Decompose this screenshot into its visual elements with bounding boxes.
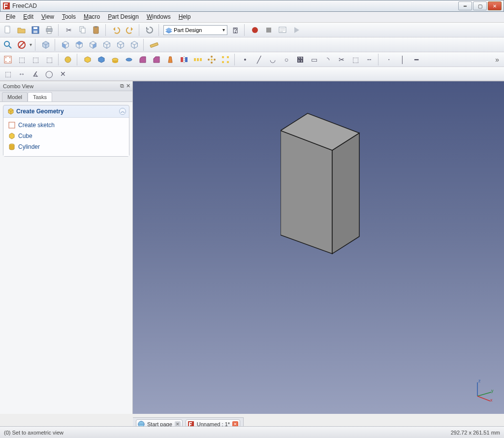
task-cube[interactable]: Cube [7, 131, 125, 141]
svg-point-22 [9, 57, 10, 58]
view-rear-button[interactable] [101, 39, 113, 51]
view-bottom-button[interactable] [115, 39, 126, 51]
undo-button[interactable] [110, 24, 122, 36]
toolbar-views: ▾ [0, 37, 504, 52]
pad-button[interactable] [82, 54, 94, 66]
zoom-fit-button[interactable] [2, 39, 14, 51]
sketch-external-button[interactable]: ⬚ [349, 54, 361, 66]
sketch-circle-button[interactable]: ○ [281, 54, 292, 66]
menu-view[interactable]: View [37, 12, 58, 22]
macro-dialog-button[interactable] [277, 24, 288, 36]
sketch-arc-button[interactable]: ◡ [267, 54, 279, 66]
task-create-sketch[interactable]: Create sketch [7, 120, 125, 131]
view-front-button[interactable] [60, 39, 71, 51]
chamfer-button[interactable] [151, 54, 162, 66]
toolbar-overflow[interactable]: » [495, 56, 502, 64]
run-macro-button[interactable] [290, 24, 302, 36]
view-top-button[interactable] [73, 39, 85, 51]
svg-rect-10 [94, 27, 98, 34]
svg-point-34 [211, 59, 213, 61]
constraint-angle[interactable]: ∡ [30, 68, 41, 80]
constraint-coincident[interactable]: ⬝ [383, 54, 395, 66]
svg-point-26 [112, 58, 118, 61]
sketch-trim-button[interactable]: ✂ [336, 54, 347, 66]
close-button[interactable]: ✕ [488, 1, 502, 10]
view-left-button[interactable] [128, 39, 140, 51]
sketch-line-button[interactable]: ╱ [253, 54, 265, 66]
tab-tasks[interactable]: Tasks [28, 92, 52, 101]
combo-view-panel: Combo View ⧉ ✕ Model Tasks Create Geomet… [0, 81, 133, 414]
sketch-polyline-button[interactable]: ΁ [294, 54, 306, 66]
linear-pattern-button[interactable] [192, 54, 204, 66]
open-button[interactable] [16, 24, 28, 36]
window-title: FreeCAD [12, 2, 502, 9]
tab-model[interactable]: Model [2, 92, 28, 101]
3d-viewport[interactable]: z y x [133, 81, 504, 414]
show-toggle-button[interactable] [62, 54, 74, 66]
task-cylinder[interactable]: Cylinder [7, 141, 125, 152]
workbench-selected-label: Part Design [174, 27, 202, 33]
svg-rect-28 [181, 57, 183, 62]
toolbar-part: ⬚ ⬚ ⬚ • ╱ ◡ ○ ΁ ▭ ◝ ✂ ⬚ ╌ ⬝ │ ━ » [0, 52, 504, 67]
minimize-button[interactable]: ━ [458, 1, 472, 10]
view-axo-button[interactable] [40, 39, 52, 51]
panel-close-icon[interactable]: ✕ [126, 83, 130, 89]
menu-tools[interactable]: Tools [58, 12, 80, 22]
polar-pattern-button[interactable] [206, 54, 218, 66]
menu-edit[interactable]: Edit [19, 12, 37, 22]
task-group-create-geometry: Create Geometry ︿ Create sketch Cube Cyl… [3, 105, 129, 157]
redo-button[interactable] [124, 24, 136, 36]
new-button[interactable] [2, 24, 14, 36]
groove-button[interactable] [123, 54, 135, 66]
menu-file[interactable]: File [2, 12, 19, 22]
constraint-horizontal[interactable]: ━ [410, 54, 422, 66]
map-sketch-button[interactable]: ⬚ [43, 54, 55, 66]
svg-rect-32 [197, 58, 199, 61]
paste-button[interactable] [91, 24, 102, 36]
mirror-button[interactable] [178, 54, 190, 66]
measure-button[interactable] [148, 39, 160, 51]
draft-button[interactable] [164, 54, 176, 66]
workbench-selector[interactable]: Part Design ▾ [163, 25, 227, 35]
constraint-lock[interactable]: ⬚ [2, 68, 14, 80]
menu-bar: File Edit View Tools Macro Part Design W… [0, 12, 504, 23]
toolbar-file: ✂ Part Design ▾ ⍰ [0, 23, 504, 37]
copy-button[interactable] [77, 24, 89, 36]
sketch-construct-button[interactable]: ╌ [363, 54, 375, 66]
draw-style-button[interactable] [16, 39, 28, 51]
menu-help[interactable]: Help [175, 12, 195, 22]
leave-sketch-button[interactable]: ⬚ [30, 54, 41, 66]
constraint-distance[interactable]: ↔ [16, 68, 28, 80]
sketch-rect-button[interactable]: ▭ [308, 54, 320, 66]
pocket-button[interactable] [95, 54, 107, 66]
status-dimensions: 292.72 x 261.51 mm [451, 430, 500, 436]
maximize-button[interactable]: ▢ [473, 1, 487, 10]
collapse-icon[interactable]: ︿ [119, 108, 126, 115]
record-macro-button[interactable] [249, 24, 261, 36]
edit-sketch-button[interactable]: ⬚ [16, 54, 28, 66]
menu-part-design[interactable]: Part Design [104, 12, 143, 22]
stop-macro-button[interactable] [263, 24, 275, 36]
new-sketch-button[interactable] [2, 54, 14, 66]
menu-macro[interactable]: Macro [80, 12, 104, 22]
fillet-button[interactable] [137, 54, 149, 66]
refresh-button[interactable] [144, 24, 156, 36]
view-right-button[interactable] [87, 39, 99, 51]
cut-button[interactable]: ✂ [63, 24, 75, 36]
sketch-point-button[interactable]: • [239, 54, 251, 66]
whats-this-button[interactable]: ⍰ [229, 24, 241, 36]
revolve-button[interactable] [109, 54, 121, 66]
main-area: Combo View ⧉ ✕ Model Tasks Create Geomet… [0, 81, 504, 414]
save-button[interactable] [30, 24, 41, 36]
constraint-radius[interactable]: ◯ [43, 68, 55, 80]
svg-point-24 [9, 61, 10, 62]
multitransform-button[interactable] [220, 54, 231, 66]
panel-pin-icon[interactable]: ⧉ [120, 83, 124, 89]
constraint-delete[interactable]: ✕ [57, 68, 69, 80]
combo-tabs: Model Tasks [0, 91, 132, 102]
svg-point-25 [65, 57, 71, 63]
constraint-point-on-line[interactable]: │ [397, 54, 409, 66]
sketch-fillet-button[interactable]: ◝ [322, 54, 334, 66]
print-button[interactable] [43, 24, 55, 36]
menu-windows[interactable]: Windows [143, 12, 175, 22]
